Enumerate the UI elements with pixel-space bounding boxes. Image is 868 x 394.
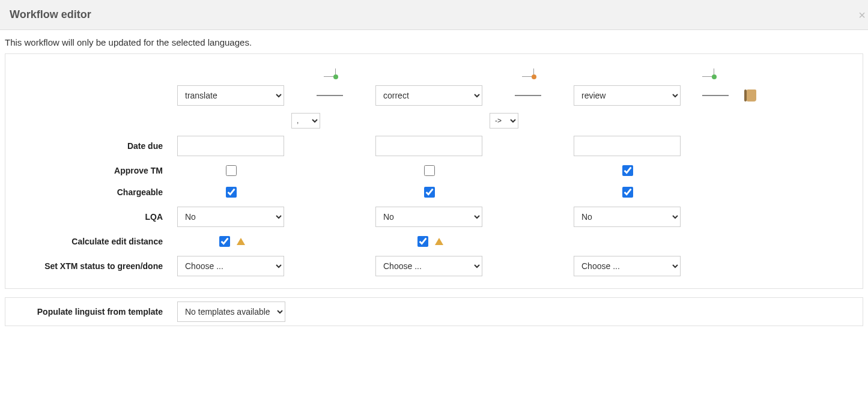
dialog-subhead: This workflow will only be updated for t…: [0, 30, 868, 53]
approve-tm-checkbox-2[interactable]: [424, 165, 435, 176]
date-due-input-3[interactable]: [574, 136, 681, 156]
label-chargeable: Chargeable: [5, 183, 174, 202]
lqa-select-2[interactable]: No: [375, 207, 482, 227]
chargeable-checkbox-2[interactable]: [424, 187, 435, 198]
set-status-select-3[interactable]: Choose ...: [574, 256, 681, 276]
step-select-correct[interactable]: correct: [375, 85, 482, 106]
label-date-due: Date due: [5, 136, 174, 156]
connector-line-icon: [702, 95, 729, 96]
lqa-select-1[interactable]: No: [177, 207, 284, 227]
set-status-select-2[interactable]: Choose ...: [375, 256, 482, 276]
label-populate: Populate linguist from template: [5, 302, 174, 321]
lqa-select-3[interactable]: No: [574, 207, 681, 227]
set-status-select-1[interactable]: Choose ...: [177, 256, 284, 276]
close-icon[interactable]: ×: [858, 8, 866, 22]
status-indicator[interactable]: [486, 62, 570, 82]
finish-flag-icon[interactable]: [747, 89, 756, 102]
chargeable-checkbox-1[interactable]: [226, 187, 237, 198]
dialog-title: Workflow editor: [10, 8, 858, 21]
populate-template-select[interactable]: No templates available: [177, 302, 285, 322]
approve-tm-checkbox-3[interactable]: [622, 165, 633, 176]
connector-select-2[interactable]: ->: [490, 113, 518, 129]
warning-icon: [435, 238, 443, 245]
date-due-input-2[interactable]: [375, 136, 482, 156]
step-select-translate[interactable]: translate: [177, 85, 284, 106]
label-approve-tm: Approve TM: [5, 161, 174, 180]
dialog-header: Workflow editor ×: [0, 0, 868, 30]
connector-select-1[interactable]: ,: [291, 113, 320, 129]
label-lqa: LQA: [5, 207, 174, 226]
label-calc-edit: Calculate edit distance: [5, 232, 174, 251]
step-select-review[interactable]: review: [574, 85, 681, 106]
chargeable-checkbox-3[interactable]: [622, 187, 633, 198]
approve-tm-checkbox-1[interactable]: [226, 165, 237, 176]
label-set-status: Set XTM status to green/done: [5, 256, 174, 276]
workflow-grid-panel: translate correct review , -> Date due: [5, 53, 863, 289]
calc-edit-checkbox-1[interactable]: [219, 236, 230, 247]
warning-icon: [237, 238, 245, 245]
connector-line-icon: [515, 95, 541, 96]
date-due-input-1[interactable]: [177, 136, 284, 156]
status-indicator[interactable]: [702, 68, 714, 77]
status-indicator[interactable]: [288, 62, 372, 82]
calc-edit-checkbox-2[interactable]: [417, 236, 428, 247]
connector-line-icon: [317, 95, 343, 96]
populate-linguist-panel: Populate linguist from template No templ…: [5, 297, 863, 326]
